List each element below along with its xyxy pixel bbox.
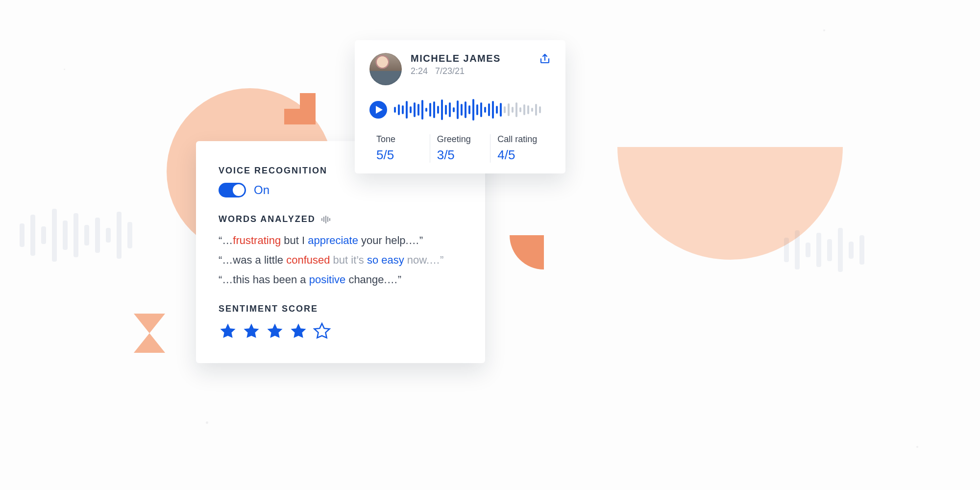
metric-label: Call rating <box>497 134 544 145</box>
analyzed-quotes-list: “…frustrating but I appreciate your help… <box>219 234 463 286</box>
sentiment-star-rating <box>219 322 463 341</box>
star-filled-icon <box>219 322 237 341</box>
metric: Tone5/5 <box>369 134 430 163</box>
waveform-bar <box>539 106 541 113</box>
waveform-bar <box>457 100 459 119</box>
quote-text: “…was a little <box>219 254 286 266</box>
star-empty-icon <box>313 322 331 341</box>
negative-word: confused <box>286 254 330 266</box>
audio-waveform[interactable] <box>394 98 551 122</box>
waveform-bar <box>453 107 455 112</box>
waveform-bar <box>515 102 517 117</box>
metric-label: Greeting <box>437 134 484 145</box>
waveform-bar <box>398 104 400 115</box>
waveform-bar <box>410 106 412 113</box>
toggle-state-label: On <box>254 183 270 197</box>
waveform-bar <box>468 105 470 114</box>
avatar <box>369 53 402 85</box>
call-duration: 2:24 <box>411 66 428 76</box>
quote-text: your help.…” <box>358 234 423 246</box>
waveform-bar <box>417 104 419 116</box>
waveform-bar <box>414 102 416 117</box>
metric-value: 4/5 <box>497 147 544 163</box>
waveform-bar <box>531 108 533 112</box>
decorative-quarter-shape <box>510 235 544 271</box>
caller-name: MICHELE JAMES <box>411 53 501 64</box>
quote-text: but it’s <box>330 254 367 266</box>
quote-text: “… <box>219 234 233 246</box>
words-analyzed-heading: WORDS ANALYZED <box>219 214 316 224</box>
waveform-bar <box>441 99 443 120</box>
call-metrics-row: Tone5/5Greeting3/5Call rating4/5 <box>369 134 551 163</box>
voice-recognition-toggle[interactable] <box>219 183 246 197</box>
waveform-bar <box>508 103 510 116</box>
quote-text: “…this has been a <box>219 273 309 286</box>
decorative-step-shape <box>284 93 316 124</box>
analyzed-quote: “…frustrating but I appreciate your help… <box>219 234 463 247</box>
metric: Call rating4/5 <box>490 134 551 163</box>
analyzed-quote: “…this has been a positive change.…” <box>219 273 463 286</box>
positive-word: positive <box>309 273 346 286</box>
waveform-bar <box>402 105 404 114</box>
metric-label: Tone <box>376 134 423 145</box>
waveform-bar <box>465 101 466 118</box>
quote-text: but I <box>281 234 308 246</box>
star-filled-icon <box>289 322 308 341</box>
waveform-bar <box>472 99 474 121</box>
decorative-waveform <box>784 225 941 274</box>
waveform-bar <box>437 106 439 114</box>
waveform-bar <box>496 106 498 114</box>
analysis-card: VOICE RECOGNITION On WORDS ANALYZED “…fr… <box>196 141 485 363</box>
star-filled-icon <box>266 322 284 341</box>
waveform-bar <box>394 107 396 113</box>
star-filled-icon <box>242 322 261 341</box>
waveform-bar <box>492 101 494 119</box>
waveform-bar <box>421 100 423 120</box>
waveform-bar <box>480 102 482 117</box>
analyzed-quote: “…was a little confused but it’s so easy… <box>219 254 463 267</box>
waveform-icon <box>321 216 330 223</box>
play-icon <box>376 106 383 114</box>
quote-text: now.…” <box>404 254 444 266</box>
waveform-bar <box>519 107 521 112</box>
waveform-bar <box>500 103 502 117</box>
waveform-bar <box>527 105 529 114</box>
waveform-bar <box>476 104 478 115</box>
positive-word: so easy <box>367 254 404 266</box>
metric-value: 5/5 <box>376 147 423 163</box>
waveform-bar <box>425 108 427 112</box>
metric-value: 3/5 <box>437 147 484 163</box>
waveform-bar <box>429 103 431 117</box>
waveform-bar <box>523 104 525 115</box>
sentiment-score-heading: SENTIMENT SCORE <box>219 304 463 314</box>
waveform-bar <box>535 104 537 116</box>
share-icon <box>539 53 551 65</box>
waveform-bar <box>488 103 490 116</box>
call-card: MICHELE JAMES 2:24 7/23/21 Tone5/5Greeti… <box>355 40 565 173</box>
waveform-bar <box>445 105 447 115</box>
call-metadata: 2:24 7/23/21 <box>411 66 501 76</box>
waveform-bar <box>512 107 514 113</box>
positive-word: appreciate <box>308 234 358 246</box>
decorative-waveform <box>20 206 206 265</box>
waveform-bar <box>449 102 451 117</box>
waveform-bar <box>484 107 486 113</box>
negative-word: frustrating <box>233 234 281 246</box>
waveform-bar <box>504 106 506 113</box>
call-date: 7/23/21 <box>435 66 465 76</box>
toggle-knob <box>233 184 245 196</box>
metric: Greeting3/5 <box>430 134 490 163</box>
share-button[interactable] <box>539 53 551 67</box>
quote-text: change.…” <box>345 273 401 286</box>
waveform-bar <box>433 101 435 118</box>
waveform-bar <box>461 104 463 116</box>
waveform-bar <box>406 101 408 119</box>
play-button[interactable] <box>369 101 387 119</box>
